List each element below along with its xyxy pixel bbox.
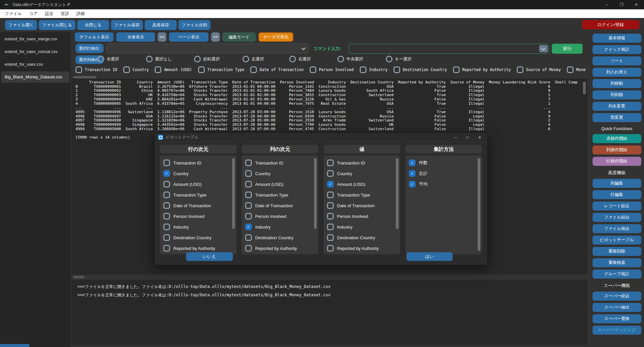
toolbar-button[interactable]: 高度保存	[145, 20, 177, 30]
column-checkbox[interactable]: Country	[123, 66, 149, 73]
toolbar-button[interactable]: 全閉じる	[77, 20, 109, 30]
rightbar-button[interactable]: 列移動	[593, 79, 641, 88]
dialog-yes-button[interactable]: はい	[407, 252, 453, 261]
column-checkbox[interactable]: Source of Money	[517, 66, 561, 73]
viewbar-button[interactable]: ページ表示	[169, 32, 208, 42]
viewbar-button[interactable]: <<	[158, 32, 166, 42]
rightbar-button[interactable]: 列名変更	[593, 102, 641, 111]
row-extract-combobox[interactable]	[106, 43, 309, 53]
rightbar-button[interactable]: 型変更	[593, 113, 641, 122]
rightbar-button[interactable]: ファイル統合	[593, 224, 641, 233]
toolbar-button[interactable]: ファイル保存	[111, 20, 143, 30]
column-checkbox[interactable]: Date of Transaction	[250, 66, 304, 73]
pivot-list-item[interactable]: Date of Transaction	[327, 200, 397, 211]
dialog-maximize-button[interactable]: □	[466, 135, 469, 140]
scrollbar-handle[interactable]	[232, 158, 235, 229]
scrollbar-handle[interactable]	[478, 158, 480, 251]
combobox-dropdown-button[interactable]	[539, 45, 548, 52]
pivot-list-item[interactable]: ✓Country	[163, 168, 233, 179]
viewbar-button[interactable]: 編集モード	[222, 32, 256, 42]
pivot-list-item[interactable]: Date of Transaction	[245, 200, 315, 211]
pivot-list-item[interactable]: Transaction ID	[245, 157, 315, 168]
pivot-list-item[interactable]: ✓合計	[409, 168, 479, 179]
table-vertical-scrollbar-handle[interactable]	[583, 82, 586, 94]
pivot-list-item[interactable]: Transaction Type	[327, 190, 397, 200]
sidebar-file-item[interactable]: Big_Black_Money_Dataset.csv	[1, 71, 69, 83]
toolbar-button[interactable]: ファイル分割	[178, 20, 210, 30]
rightbar-button[interactable]: 行操作開始	[593, 157, 641, 166]
window-minimize-button[interactable]: ─	[606, 2, 609, 7]
viewbar-button[interactable]: データ可視化	[259, 32, 293, 42]
pivot-list-item[interactable]: Destination Country	[245, 232, 315, 243]
command-input-combobox[interactable]	[348, 44, 549, 54]
pivot-list-item[interactable]: ✓Amount (USD)	[327, 179, 397, 190]
rightbar-button[interactable]: ピボットテーブル	[593, 236, 641, 245]
pivot-list-item[interactable]: Transaction Type	[245, 190, 315, 200]
rightbar-button[interactable]: クイック統計	[593, 45, 641, 54]
pivot-list-item[interactable]: Transaction ID	[163, 157, 233, 168]
rightbar-button[interactable]: 行編集	[593, 190, 641, 199]
scrollbar-handle[interactable]	[73, 76, 97, 78]
radio-option[interactable]: 全選択	[98, 56, 119, 62]
window-maximize-button[interactable]: ❐	[620, 2, 623, 7]
rightbar-button[interactable]: スーパー抽出	[593, 303, 641, 312]
pivot-list-item[interactable]: ✓件数	[409, 157, 479, 168]
rightbar-button[interactable]: スーパーマッピング	[593, 326, 641, 335]
table-bottom-scrollbar[interactable]	[72, 276, 587, 279]
radio-option[interactable]: 選択なし	[146, 56, 172, 62]
column-checkbox[interactable]: Reported by Authority	[453, 66, 511, 73]
radio-option[interactable]: 右選択	[289, 56, 311, 62]
rightbar-button[interactable]: 列入れ替え	[593, 68, 641, 77]
scrollbar-handle[interactable]	[396, 158, 398, 229]
toolbar-button[interactable]: ファイル開く	[5, 20, 37, 30]
column-checkbox[interactable]: Industry	[360, 66, 387, 73]
rightbar-button[interactable]: 重複検索	[593, 258, 641, 267]
rightbar-button[interactable]: 基本情報	[593, 34, 641, 43]
column-checkbox[interactable]: Person Involved	[310, 66, 354, 73]
run-button[interactable]: 実行	[552, 44, 583, 54]
login-register-button[interactable]: ログイン/登録	[582, 20, 639, 29]
column-checkbox[interactable]: Destination Country	[393, 66, 447, 73]
pivot-list-item[interactable]: Industry	[327, 222, 397, 232]
pivot-list-item[interactable]: Person Involved	[245, 211, 315, 222]
pivot-list-item[interactable]: Transaction ID	[327, 157, 397, 168]
pivot-list-item[interactable]: Country	[245, 168, 315, 179]
pivot-list-item[interactable]: Person Involved	[327, 211, 397, 222]
scrollbar-handle[interactable]	[73, 276, 85, 278]
toolbar-button[interactable]: ファイル閉じる	[39, 20, 75, 30]
pivot-list-item[interactable]: Industry	[163, 222, 233, 232]
radio-option[interactable]: 中央選択	[337, 56, 363, 62]
dialog-no-button[interactable]: いいえ	[186, 252, 233, 261]
pivot-list-item[interactable]: Destination Country	[163, 232, 233, 243]
rightbar-button[interactable]: 列操作開始	[593, 145, 641, 154]
dialog-close-button[interactable]: ✕	[478, 135, 481, 140]
rightbar-button[interactable]: ソート	[593, 56, 641, 65]
sidebar-file-item[interactable]: extend_for_vaex.csv	[1, 59, 69, 70]
window-close-button[interactable]: ✕	[635, 2, 638, 7]
radio-option[interactable]: 反転選択	[194, 56, 220, 62]
rightbar-button[interactable]: 列削除	[593, 90, 641, 99]
scrollbar-handle[interactable]	[314, 158, 317, 229]
menu-item[interactable]: ファイル	[5, 11, 22, 17]
viewbar-button[interactable]: >>	[211, 32, 220, 42]
pivot-list-item[interactable]: ✓Industry	[245, 222, 315, 232]
pivot-list-item[interactable]: Transaction Type	[163, 190, 233, 200]
pivot-list-item[interactable]: Person Involved	[163, 211, 233, 222]
bottom-left-button-edge[interactable]	[0, 344, 29, 347]
radio-option[interactable]: キー選択	[386, 56, 412, 62]
rightbar-button[interactable]: グループ統計	[593, 270, 641, 279]
menu-item[interactable]: 詳細	[76, 11, 85, 17]
pivot-list-item[interactable]: Amount (USD)	[245, 179, 315, 190]
rightbar-button[interactable]: 列編集	[593, 179, 641, 188]
rightbar-button[interactable]: レコード絞込	[593, 202, 641, 211]
rightbar-button[interactable]: スーパー絞込	[593, 292, 641, 301]
pivot-list-item[interactable]: Amount (USD)	[163, 179, 233, 190]
menu-item[interactable]: 言語	[61, 11, 69, 17]
column-checkbox[interactable]: Amount (USD)	[155, 66, 192, 73]
viewbar-button[interactable]: 全体表示	[116, 32, 155, 42]
pivot-list-item[interactable]: Date of Transaction	[163, 200, 233, 211]
table-top-scrollbar[interactable]	[72, 76, 587, 79]
menu-item[interactable]: 設定	[45, 11, 53, 17]
pivot-list-item[interactable]: Reported by Authority	[327, 243, 397, 254]
rightbar-button[interactable]: ファイル結合	[593, 213, 641, 222]
